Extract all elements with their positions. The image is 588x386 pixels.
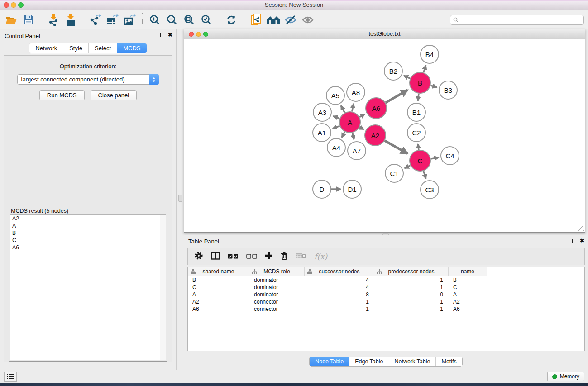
table-row[interactable]: Bdominator41B <box>188 276 584 284</box>
table-cell[interactable]: 8 <box>305 291 374 298</box>
refresh-icon[interactable] <box>224 12 239 28</box>
zoom-selected-icon[interactable] <box>199 12 214 28</box>
hide-selected-icon[interactable] <box>283 12 298 28</box>
show-all-icon[interactable] <box>300 12 316 28</box>
table-cell[interactable]: B <box>188 276 249 284</box>
graph-node-C2[interactable]: C2 <box>407 124 425 142</box>
graph-node-A8[interactable]: A8 <box>347 83 365 101</box>
graph-edge-A-A5[interactable] <box>341 105 344 113</box>
graph-node-A7[interactable]: A7 <box>348 142 366 160</box>
select-all-checked-icon[interactable] <box>228 253 239 261</box>
graph-edge-A-A1[interactable] <box>333 126 340 129</box>
export-table-icon[interactable] <box>105 12 120 28</box>
window-resize-grip[interactable] <box>578 226 584 232</box>
run-mcds-button[interactable]: Run MCDS <box>39 90 85 100</box>
network-close-button[interactable] <box>189 32 194 37</box>
search-input[interactable] <box>460 17 581 23</box>
first-neighbors-icon[interactable] <box>266 12 281 28</box>
graph-node-A5[interactable]: A5 <box>326 86 344 105</box>
add-column-icon[interactable] <box>265 252 273 262</box>
table-cell[interactable]: 4 <box>305 276 374 284</box>
table-cell[interactable]: 0 <box>374 291 449 298</box>
graph-node-B2[interactable]: B2 <box>384 62 402 80</box>
column-header-predecessor-nodes[interactable]: predecessor nodes <box>374 267 449 276</box>
table-cell[interactable]: A <box>449 291 487 298</box>
graph-edge-A2-C[interactable] <box>385 141 408 154</box>
table-cell[interactable]: 1 <box>374 284 449 291</box>
graph-edge-B-B4[interactable] <box>424 65 426 72</box>
graph-edge-A6-B[interactable] <box>386 90 408 103</box>
column-layout-icon[interactable] <box>211 252 220 262</box>
column-header-successor-nodes[interactable]: successor nodes <box>305 267 374 276</box>
graph-node-A4[interactable]: A4 <box>327 138 345 157</box>
graph-edge-A-A7[interactable] <box>353 133 354 139</box>
task-history-button[interactable] <box>4 372 17 382</box>
minimize-window-button[interactable] <box>11 2 16 8</box>
close-panel-icon[interactable]: ✖ <box>168 33 172 37</box>
graph-node-C1[interactable]: C1 <box>385 164 403 182</box>
table-tab-edge-table[interactable]: Edge Table <box>349 357 388 366</box>
graph-edge-A-A3[interactable] <box>333 116 339 119</box>
import-network-icon[interactable] <box>46 12 61 28</box>
close-table-panel-icon[interactable]: ✖ <box>580 238 584 243</box>
graph-node-C3[interactable]: C3 <box>421 181 439 199</box>
table-cell[interactable]: A2 <box>188 298 249 305</box>
graph-edge-A-A2[interactable] <box>359 127 363 129</box>
zoom-fit-icon[interactable] <box>182 12 197 28</box>
table-tab-network-table[interactable]: Network Table <box>389 357 436 366</box>
table-cell[interactable]: dominator <box>249 276 305 284</box>
graph-edge-C-C2[interactable] <box>418 144 419 150</box>
zoom-in-icon[interactable] <box>147 12 163 28</box>
tab-mcds[interactable]: MCDS <box>117 43 146 53</box>
criterion-dropdown[interactable]: largest connected component (directed) ▲… <box>17 74 159 85</box>
table-cell[interactable]: 1 <box>374 276 449 284</box>
table-cell[interactable]: A6 <box>449 305 487 313</box>
delete-column-icon[interactable] <box>281 251 288 262</box>
graph-node-A[interactable]: A <box>339 112 360 133</box>
close-panel-button[interactable]: Close panel <box>91 90 137 100</box>
graph-node-B1[interactable]: B1 <box>407 103 425 121</box>
open-session-icon[interactable] <box>4 12 19 28</box>
graph-node-A1[interactable]: A1 <box>313 124 331 142</box>
graph-edge-B-B1[interactable] <box>418 94 419 101</box>
table-cell[interactable]: A2 <box>449 298 487 305</box>
save-session-icon[interactable] <box>21 12 36 28</box>
import-table-icon[interactable] <box>63 12 78 28</box>
graph-node-A3[interactable]: A3 <box>313 103 331 121</box>
table-tab-motifs[interactable]: Motifs <box>435 357 462 366</box>
graph-edge-C-C1[interactable] <box>405 166 411 168</box>
table-cell[interactable]: C <box>188 284 249 291</box>
graph-node-A6[interactable]: A6 <box>366 98 387 119</box>
graph-node-A2[interactable]: A2 <box>365 125 386 146</box>
table-cell[interactable]: C <box>449 284 487 291</box>
float-panel-icon[interactable] <box>160 33 164 37</box>
graph-node-B[interactable]: B <box>410 72 430 93</box>
vertical-split-handle[interactable] <box>178 195 182 202</box>
table-cell[interactable]: 1 <box>305 305 374 313</box>
graph-edge-B-B2[interactable] <box>404 76 410 78</box>
graph-edge-B-B3[interactable] <box>430 86 437 87</box>
memory-button[interactable]: Memory <box>547 372 584 381</box>
tab-select[interactable]: Select <box>88 43 117 53</box>
network-minimize-button[interactable] <box>196 32 201 37</box>
tab-network[interactable]: Network <box>29 43 63 53</box>
table-cell[interactable]: 1 <box>374 298 449 305</box>
graph-node-D[interactable]: D <box>313 180 331 198</box>
table-cell[interactable]: 1 <box>374 305 449 313</box>
graph-node-C[interactable]: C <box>410 150 430 171</box>
graph-edge-C-C4[interactable] <box>431 157 439 159</box>
table-row[interactable]: Cdominator41C <box>188 284 584 291</box>
result-scrollbar[interactable] <box>160 215 166 360</box>
table-cell[interactable]: B <box>449 276 487 284</box>
network-from-selection-icon[interactable] <box>249 12 264 28</box>
column-header-shared-name[interactable]: shared name <box>188 267 249 276</box>
table-cell[interactable]: dominator <box>249 291 305 298</box>
network-zoom-button[interactable] <box>203 32 208 37</box>
table-cell[interactable]: dominator <box>249 284 305 291</box>
search-field[interactable] <box>450 15 584 25</box>
table-row[interactable]: A6connector11A6 <box>188 305 584 313</box>
graph-edge-A-A8[interactable] <box>352 104 354 111</box>
table-tab-node-table[interactable]: Node Table <box>310 357 349 366</box>
zoom-window-button[interactable] <box>18 2 24 8</box>
graph-edge-A-A6[interactable] <box>359 114 365 117</box>
